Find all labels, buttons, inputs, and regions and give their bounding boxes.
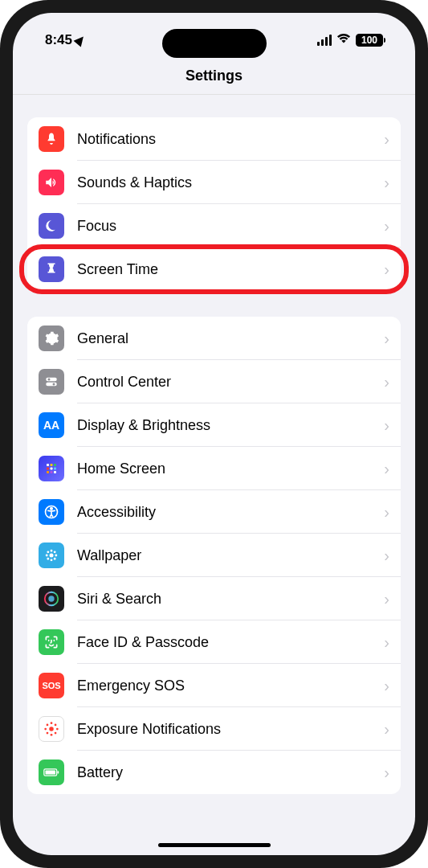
row-siri-search[interactable]: Siri & Search › xyxy=(27,577,401,620)
chevron-right-icon: › xyxy=(384,720,389,739)
row-accessibility[interactable]: Accessibility › xyxy=(27,490,401,534)
siri-icon xyxy=(39,586,64,612)
row-screen-time[interactable]: Screen Time › xyxy=(27,248,401,291)
volume-down xyxy=(0,261,1,313)
accessibility-icon xyxy=(39,499,64,525)
svg-rect-9 xyxy=(54,468,56,470)
screen-time-icon xyxy=(39,256,64,282)
svg-point-23 xyxy=(54,558,55,559)
svg-point-29 xyxy=(44,728,47,731)
svg-point-18 xyxy=(46,555,47,556)
mute-switch xyxy=(0,141,1,169)
status-time: 8:45 xyxy=(45,32,72,48)
row-label: Display & Brightness xyxy=(77,417,384,434)
svg-rect-5 xyxy=(51,464,53,466)
settings-group-2: General › Control Center › AA Display & … xyxy=(27,317,401,794)
row-notifications[interactable]: Notifications › xyxy=(27,117,401,161)
chevron-right-icon: › xyxy=(384,590,389,608)
chevron-right-icon: › xyxy=(384,460,389,478)
svg-rect-11 xyxy=(51,471,53,473)
chevron-right-icon: › xyxy=(384,130,389,149)
svg-point-28 xyxy=(51,734,53,736)
svg-point-25 xyxy=(48,596,54,601)
home-indicator[interactable] xyxy=(158,843,271,847)
svg-rect-10 xyxy=(47,471,49,473)
row-wallpaper[interactable]: Wallpaper › xyxy=(27,534,401,577)
focus-icon xyxy=(39,213,64,239)
svg-point-22 xyxy=(47,558,49,559)
row-label: Sounds & Haptics xyxy=(77,174,384,191)
row-battery[interactable]: Battery › xyxy=(27,751,401,794)
svg-point-3 xyxy=(53,383,55,386)
svg-point-27 xyxy=(51,722,53,724)
row-label: Home Screen xyxy=(77,461,384,477)
row-face-id[interactable]: Face ID & Passcode › xyxy=(27,620,401,664)
row-label: Focus xyxy=(77,218,384,235)
row-control-center[interactable]: Control Center › xyxy=(27,360,401,403)
svg-rect-12 xyxy=(54,471,56,473)
status-left: 8:45 xyxy=(45,32,85,48)
row-home-screen[interactable]: Home Screen › xyxy=(27,447,401,490)
svg-rect-0 xyxy=(46,378,57,382)
row-label: Notifications xyxy=(77,131,384,148)
chevron-right-icon: › xyxy=(384,416,389,435)
sos-label: SOS xyxy=(42,681,60,690)
chevron-right-icon: › xyxy=(384,330,389,348)
wifi-icon xyxy=(336,32,351,48)
home-screen-icon xyxy=(39,456,64,481)
dynamic-island xyxy=(162,29,267,58)
chevron-right-icon: › xyxy=(384,217,389,235)
general-icon xyxy=(39,326,64,351)
chevron-right-icon: › xyxy=(384,260,389,279)
row-label: Screen Time xyxy=(77,261,384,278)
status-right: 100 xyxy=(317,32,383,48)
svg-rect-37 xyxy=(58,771,59,773)
svg-point-26 xyxy=(49,727,54,731)
row-general[interactable]: General › xyxy=(27,317,401,360)
row-exposure-notifications[interactable]: Exposure Notifications › xyxy=(27,707,401,751)
chevron-right-icon: › xyxy=(384,547,389,565)
row-emergency-sos[interactable]: SOS Emergency SOS › xyxy=(27,664,401,707)
display-icon: AA xyxy=(39,412,64,438)
settings-group-1: Notifications › Sounds & Haptics › Focus… xyxy=(27,117,401,291)
exposure-icon xyxy=(39,716,64,742)
battery-icon: 100 xyxy=(356,34,383,47)
svg-point-17 xyxy=(51,559,52,561)
svg-point-30 xyxy=(56,728,59,731)
settings-content[interactable]: Notifications › Sounds & Haptics › Focus… xyxy=(13,95,415,820)
svg-rect-4 xyxy=(47,464,49,466)
svg-point-33 xyxy=(47,732,49,735)
location-icon xyxy=(74,34,88,47)
row-label: Siri & Search xyxy=(77,591,384,608)
svg-rect-6 xyxy=(54,464,56,466)
row-label: General xyxy=(77,330,384,347)
svg-point-20 xyxy=(47,551,49,553)
face-id-icon xyxy=(39,629,64,655)
screen: 8:45 100 Settings xyxy=(13,13,415,855)
row-label: Face ID & Passcode xyxy=(77,634,384,651)
cellular-icon xyxy=(317,35,332,46)
row-focus[interactable]: Focus › xyxy=(27,204,401,248)
phone-frame: 8:45 100 Settings xyxy=(0,0,428,868)
page-title: Settings xyxy=(13,59,415,95)
chevron-right-icon: › xyxy=(384,677,389,695)
svg-rect-8 xyxy=(51,468,53,470)
volume-up xyxy=(0,193,1,245)
chevron-right-icon: › xyxy=(384,764,389,782)
notifications-icon xyxy=(39,126,64,152)
chevron-right-icon: › xyxy=(384,503,389,522)
row-display-brightness[interactable]: AA Display & Brightness › xyxy=(27,403,401,447)
row-label: Battery xyxy=(77,764,384,781)
chevron-right-icon: › xyxy=(384,633,389,652)
row-sounds-haptics[interactable]: Sounds & Haptics › xyxy=(27,161,401,204)
svg-point-16 xyxy=(51,550,52,551)
svg-point-31 xyxy=(47,724,49,727)
sounds-icon xyxy=(39,170,64,195)
chevron-right-icon: › xyxy=(384,373,389,391)
svg-point-15 xyxy=(50,554,54,558)
row-label: Wallpaper xyxy=(77,547,384,564)
chevron-right-icon: › xyxy=(384,174,389,192)
row-label: Exposure Notifications xyxy=(77,721,384,738)
svg-point-32 xyxy=(55,724,57,727)
svg-rect-7 xyxy=(47,468,49,470)
